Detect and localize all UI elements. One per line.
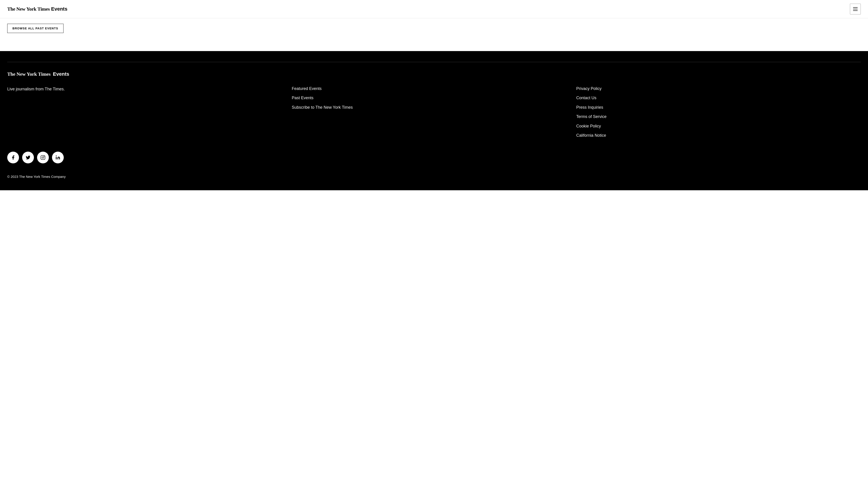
footer-link-press-inquiries[interactable]: Press Inquiries: [576, 105, 861, 110]
svg-point-2: [44, 156, 44, 157]
footer-link-featured-events[interactable]: Featured Events: [292, 86, 577, 91]
footer-logo-nyt-text: The New York Times: [7, 71, 51, 77]
logo-nyt-text: The New York Times: [7, 6, 50, 12]
footer-main-row: Live journalism from The Times. Featured…: [7, 86, 861, 138]
footer-link-cookie-policy[interactable]: Cookie Policy: [576, 124, 861, 129]
footer-nav-links: Featured Events Past Events Subscribe to…: [292, 86, 577, 138]
footer-link-past-events[interactable]: Past Events: [292, 95, 577, 101]
footer-logo: The New York Times Events: [7, 71, 861, 77]
twitter-icon[interactable]: [22, 152, 34, 163]
hamburger-icon: [853, 7, 858, 11]
footer-link-subscribe[interactable]: Subscribe to The New York Times: [292, 105, 577, 110]
logo-events-text: Events: [51, 6, 67, 12]
social-icons-row: [7, 152, 861, 163]
footer-link-privacy-policy[interactable]: Privacy Policy: [576, 86, 861, 91]
svg-rect-0: [41, 156, 45, 160]
svg-point-4: [56, 156, 57, 156]
footer-logo-events-text: Events: [53, 71, 69, 77]
instagram-icon[interactable]: [37, 152, 49, 163]
facebook-icon[interactable]: [7, 152, 19, 163]
site-footer: The New York Times Events Live journalis…: [0, 51, 868, 190]
site-header: The New York Times Events: [0, 0, 868, 18]
footer-copyright: © 2023 The New York Times Company: [7, 174, 861, 180]
footer-link-terms-of-service[interactable]: Terms of Service: [576, 114, 861, 119]
footer-link-california-notice[interactable]: California Notice: [576, 133, 861, 138]
header-logo: The New York Times Events: [7, 6, 67, 12]
main-content: BROWSE ALL PAST EVENTS: [0, 18, 868, 51]
hamburger-menu-button[interactable]: [850, 4, 861, 14]
svg-rect-3: [56, 157, 57, 160]
browse-past-events-button[interactable]: BROWSE ALL PAST EVENTS: [7, 24, 64, 33]
linkedin-icon[interactable]: [52, 152, 64, 163]
svg-point-1: [42, 157, 43, 158]
footer-legal-links: Privacy Policy Contact Us Press Inquirie…: [576, 86, 861, 138]
footer-link-contact-us[interactable]: Contact Us: [576, 95, 861, 101]
footer-tagline: Live journalism from The Times.: [7, 86, 292, 138]
